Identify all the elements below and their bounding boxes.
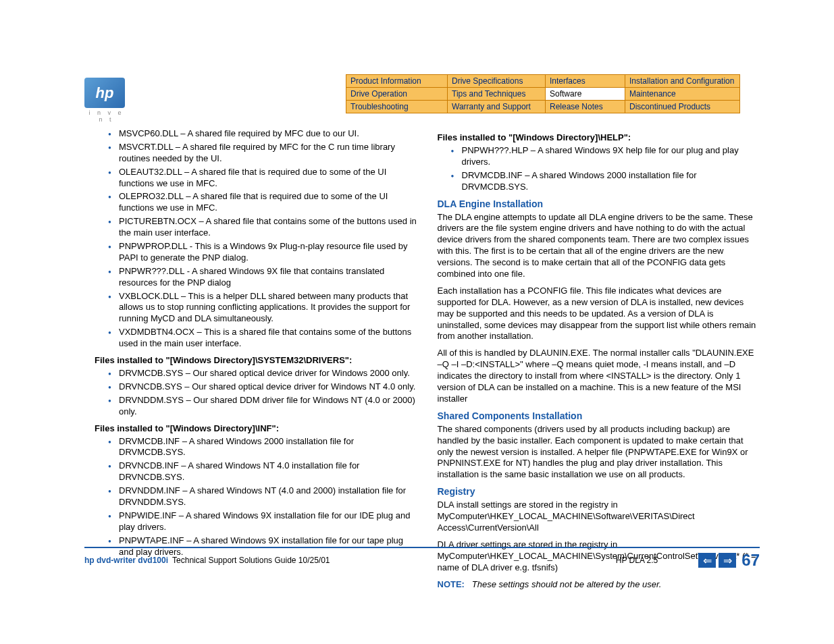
note: NOTE: These settings should not be alter… <box>438 579 760 591</box>
list-item: OLEAUT32.DLL – A shared file that is req… <box>108 167 417 190</box>
hp-logo: hp i n v e n t <box>84 78 128 123</box>
list-item: PNPWH???.HLP – A shared Windows 9X help … <box>451 145 760 168</box>
list-item: PNPWIDE.INF – A shared Windows 9X instal… <box>108 510 417 533</box>
footer-subtitle: Technical Support Solutions Guide 10/25/… <box>172 556 330 565</box>
inf-list: DRVMCDB.INF – A shared Windows 2000 inst… <box>108 436 417 558</box>
list-item: MSVCRT.DLL – A shared file required by M… <box>108 142 417 165</box>
footer: hp dvd-writer dvd100i Technical Support … <box>84 547 760 570</box>
list-item: DRVMCDB.SYS – Our shared optical device … <box>108 368 417 379</box>
section-head-drivers: Files installed to "[Windows Directory]\… <box>95 355 417 365</box>
drivers-list: DRVMCDB.SYS – Our shared optical device … <box>108 368 417 418</box>
footer-section: HP DLA 2.5 <box>616 556 658 565</box>
nav-interfaces[interactable]: Interfaces <box>546 75 625 88</box>
list-item: MSVCP60.DLL – A shared file required by … <box>108 128 417 140</box>
para-dla2: Each installation has a PCONFIG file. Th… <box>438 286 760 342</box>
heading-registry: Registry <box>438 486 760 497</box>
list-item: DRVMCDB.INF – A shared Windows 2000 inst… <box>108 436 417 459</box>
para-shared: The shared components (drivers used by a… <box>438 424 760 481</box>
list-item: DRVNDDM.INF – A shared Windows NT (4.0 a… <box>108 485 417 508</box>
hp-tagline: i n v e n t <box>84 109 128 123</box>
list-item: PNPWPROP.DLL - This is a Windows 9x Plug… <box>108 241 417 264</box>
nav-product-info[interactable]: Product Information <box>346 75 448 88</box>
para-dla3: All of this is handled by DLAUNIN.EXE. T… <box>438 348 760 404</box>
nav-maintenance[interactable]: Maintenance <box>625 88 740 101</box>
nav-tips[interactable]: Tips and Techniques <box>448 88 546 101</box>
section-head-inf: Files installed to "[Windows Directory]\… <box>95 423 417 433</box>
next-page-button[interactable]: ⇒ <box>719 553 736 568</box>
nav-table: Product Information Drive Specifications… <box>346 74 740 113</box>
heading-dla-engine: DLA Engine Installation <box>438 198 760 209</box>
list-item: VXDMDBTN4.OCX – This is a shared file th… <box>108 327 417 350</box>
list-item: PNPWR???.DLL - A shared Windows 9X file … <box>108 266 417 289</box>
list-item: DRVNDDM.SYS – Our shared DDM driver file… <box>108 395 417 418</box>
nav-drive-operation[interactable]: Drive Operation <box>346 88 448 101</box>
footer-title: hp dvd-writer dvd100i <box>84 556 168 565</box>
page-number: 67 <box>741 551 760 570</box>
nav-install-config[interactable]: Installation and Configuration <box>625 75 740 88</box>
list-item: DRVMCDB.INF – A shared Windows 2000 inst… <box>451 170 760 193</box>
para-dla1: The DLA engine attempts to update all DL… <box>438 212 760 280</box>
hp-logo-icon: hp <box>84 78 125 108</box>
nav-troubleshooting[interactable]: Troubleshooting <box>346 101 448 113</box>
nav-discontinued[interactable]: Discontinued Products <box>625 101 740 113</box>
nav-release-notes[interactable]: Release Notes <box>546 101 625 113</box>
nav-software[interactable]: Software <box>546 88 625 101</box>
list-item: PICTUREBTN.OCX – A shared file that cont… <box>108 216 417 239</box>
list-item: DRVNCDB.SYS – Our shared optical device … <box>108 381 417 393</box>
section-head-help: Files installed to "[Windows Directory]\… <box>438 132 760 142</box>
para-reg1: DLA install settings are stored in the r… <box>438 500 760 534</box>
help-list: PNPWH???.HLP – A shared Windows 9X help … <box>451 145 760 193</box>
note-text: These settings should not be altered by … <box>472 579 662 589</box>
nav-warranty[interactable]: Warranty and Support <box>448 101 546 113</box>
nav-drive-specs[interactable]: Drive Specifications <box>448 75 546 88</box>
list-item: DRVNCDB.INF – A shared Windows NT 4.0 in… <box>108 460 417 483</box>
shared-file-list: MSVCP60.DLL – A shared file required by … <box>108 128 417 350</box>
list-item: OLEPRO32.DLL – A shared file that is req… <box>108 191 417 214</box>
prev-page-button[interactable]: ⇐ <box>698 553 716 568</box>
note-label: NOTE: <box>438 579 465 589</box>
list-item: VXBLOCK.DLL – This is a helper DLL share… <box>108 291 417 325</box>
heading-shared: Shared Components Installation <box>438 410 760 421</box>
